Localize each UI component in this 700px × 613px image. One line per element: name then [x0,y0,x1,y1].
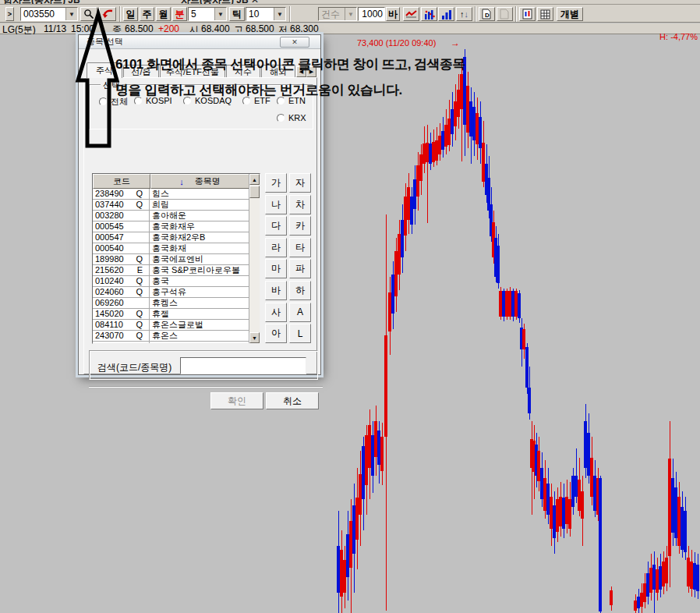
letter-button-타[interactable]: 타 [289,238,311,257]
letter-button-마[interactable]: 마 [265,259,287,278]
chevron-down-icon[interactable]: ▼ [274,8,285,20]
toolbar-separator [475,6,476,22]
letter-button-사[interactable]: 사 [265,303,287,322]
count-combo: 건수 ▼ [318,7,357,21]
table-row[interactable]: 003280흥아해운 [93,211,249,221]
table-row[interactable]: 037440Q희림 [93,200,249,211]
sort-updown-button[interactable]: ↑↓ [456,7,472,21]
cancel-button[interactable]: 취소 [266,392,319,409]
copy-document-button-disabled [497,7,513,21]
letter-button-라[interactable]: 라 [265,238,287,257]
candle-body [696,565,699,591]
scroll-up-icon[interactable]: ▲ [249,174,260,185]
cell-code: 243070Q [93,331,150,341]
letter-button-나[interactable]: 나 [265,195,287,214]
annotation-text: 6101 화면에서 종목 선택아이콘 클릭하면 창이 뜨고, 검색종목 명을 입… [115,51,465,103]
letter-button-파[interactable]: 파 [289,259,311,278]
candle-wick [427,125,428,223]
table-row[interactable]: 243070Q휴온스 [93,331,249,342]
radio-icon [277,114,285,122]
bar-dot-chart-button[interactable] [421,7,437,21]
letter-button-grid: 가자나차다카라타마파바하사A아L [265,173,312,344]
individual-button[interactable]: 개별 [557,7,583,21]
market-flag: Q [136,276,149,286]
tick-button[interactable]: 틱 [229,7,245,21]
cell-code: 069260 [93,298,150,308]
cell-code: 145020Q [93,309,150,319]
search-groupbox: 검색(코드/종목명) [89,350,318,380]
table-row[interactable]: 145020Q휴젤 [93,309,249,320]
candle-body [599,478,602,611]
toolbar-separator [289,6,291,22]
cell-code: 003280 [93,211,150,221]
table-body: 238490Q힘스037440Q희림003280흥아해운000545흥국화재우0… [93,189,249,344]
dialog-separator [89,386,323,388]
scrollbar-thumb[interactable] [249,186,260,198]
minute-combo[interactable]: 5 ▼ [188,7,227,21]
table-row[interactable]: 084110Q휴온스글로벌 [93,320,249,331]
ok-button[interactable]: 확인 [210,392,263,409]
letter-button-자[interactable]: 자 [289,173,311,193]
candle-document-button[interactable] [519,7,536,21]
search-input[interactable] [180,357,306,374]
column-header-code[interactable]: 코드 [93,174,150,189]
period-minute-button[interactable]: 분 [172,7,187,21]
cell-name: 휴젤 [150,309,249,319]
letter-button-바[interactable]: 바 [265,281,287,300]
table-row[interactable]: 024060Q흥구석유 [93,287,249,298]
search-label: 검색(코드/종목명) [97,361,171,374]
letter-button-A[interactable]: A [289,303,311,322]
dialog-close-button[interactable]: ✕ [280,37,309,48]
letter-button-아[interactable]: 아 [265,324,287,343]
table-row[interactable]: 215620E흥국 S&P코리아로우볼 [93,265,249,276]
table-scrollbar[interactable]: ▲ ▼ [249,174,260,343]
table-row[interactable]: 010240Q흥국 [93,276,249,287]
bar-count-input[interactable] [358,7,385,21]
letter-button-다[interactable]: 다 [265,216,287,236]
info-high: 68,500 [246,23,274,34]
radio-krx[interactable]: KRX [277,113,306,122]
market-flag [143,232,149,243]
letter-button-카[interactable]: 카 [289,216,311,236]
new-document-icon: D [482,9,492,19]
letter-button-차[interactable]: 차 [289,195,311,214]
market-flag: Q [136,320,149,330]
scroll-down-icon[interactable]: ▼ [249,332,260,343]
close-icon: ✕ [292,38,298,46]
grid-table-button[interactable] [537,7,553,21]
column-header-name[interactable]: ↓ 종목명 [150,174,249,189]
period-month-button[interactable]: 월 [156,7,171,21]
letter-button-하[interactable]: 하 [289,281,311,300]
cell-code: 215620E [93,265,150,275]
table-row[interactable]: 000545흥국화재우 [93,221,249,232]
tick-combo[interactable]: 10 ▼ [246,7,286,21]
cell-code: 037440Q [93,200,150,210]
market-flag: Q [136,309,149,319]
new-document-button[interactable]: D [479,7,495,21]
svg-text:D: D [485,12,490,19]
count-combo-value: 건수 [319,8,345,21]
table-row[interactable]: 189980Q흥국에프엔비 [93,254,249,265]
table-row[interactable]: 238490Q힘스 [93,189,249,200]
line-chart-button[interactable] [403,7,419,21]
table-row[interactable]: 069260휴켐스 [93,298,249,309]
period-week-button[interactable]: 주 [140,7,154,21]
copy-document-icon [500,9,510,19]
chevron-down-icon: ▼ [345,8,356,20]
chevron-down-icon[interactable]: ▼ [214,8,226,20]
bar-dot-chart-icon [424,9,435,19]
cell-code: 005010 [93,342,150,344]
table-row[interactable]: 000547흥국화재2우B [93,232,249,243]
cell-name: 힘스 [150,189,249,199]
letter-button-L[interactable]: L [289,324,311,343]
volume-chart-button[interactable] [438,7,454,21]
volume-bars-icon [441,9,452,19]
cell-code: 189980Q [93,254,150,264]
table-row[interactable]: 005010휴스틸 [93,342,249,344]
table-row[interactable]: 000540흥국화재 [93,243,249,254]
market-flag: Q [136,200,149,210]
letter-button-가[interactable]: 가 [265,173,287,193]
tick-combo-value: 10 [246,9,274,19]
cell-name: 흥국 [150,276,249,286]
bar-unit-button[interactable]: 바 [386,7,400,21]
